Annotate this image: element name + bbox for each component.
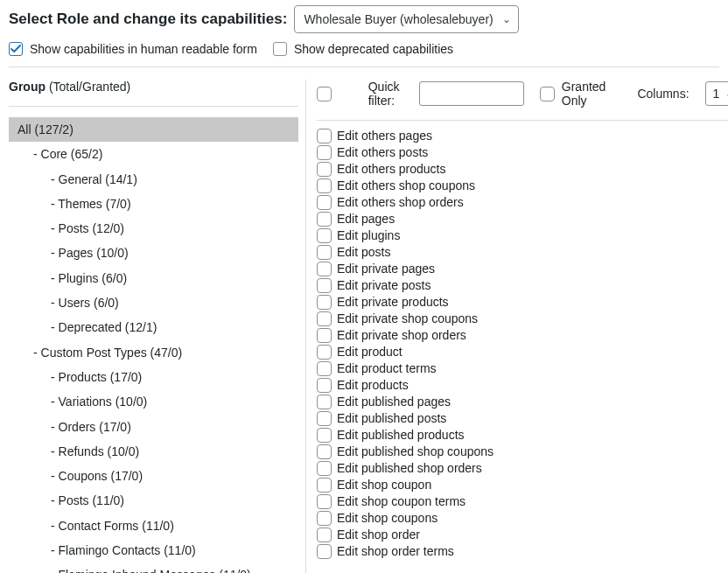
checkbox-icon: [317, 511, 332, 526]
capability-label: Edit private shop coupons: [337, 311, 478, 325]
checkbox-icon: [317, 178, 332, 193]
tree-item[interactable]: All (127/2): [9, 117, 298, 142]
tree-item[interactable]: - Deprecated (12/1): [9, 315, 298, 339]
capability-label: Edit published pages: [337, 395, 451, 409]
checkbox-icon: [317, 278, 332, 293]
capability-label: Edit others products: [337, 162, 446, 176]
checkbox-icon: [317, 428, 332, 443]
tree-item[interactable]: - Contact Forms (11/0): [9, 514, 298, 538]
tree-item[interactable]: - Pages (10/0): [9, 241, 298, 265]
capability-label: Edit shop order terms: [337, 544, 454, 558]
capability-label: Edit posts: [337, 245, 390, 259]
checkbox-icon: [9, 42, 23, 56]
capability-row[interactable]: Edit shop coupons: [317, 510, 728, 527]
quick-filter-input[interactable]: [419, 81, 524, 106]
tree-item[interactable]: - Products (17/0): [9, 365, 298, 389]
tree-item[interactable]: - Posts (11/0): [9, 488, 298, 513]
tree-item[interactable]: - Orders (17/0): [9, 415, 298, 439]
checkbox-icon: [317, 478, 332, 493]
select-role-label: Select Role and change its capabilities:: [9, 10, 287, 28]
capability-row[interactable]: Edit products: [317, 377, 728, 394]
capability-row[interactable]: Edit product terms: [317, 360, 728, 377]
capability-label: Edit private pages: [337, 262, 435, 276]
capability-label: Edit published posts: [337, 411, 446, 425]
capability-row[interactable]: Edit published shop coupons: [317, 444, 728, 460]
capability-label: Edit product: [337, 345, 402, 359]
capability-row[interactable]: Edit others shop coupons: [317, 178, 728, 194]
tree-item[interactable]: - Flamingo Inbound Messages (11/0): [9, 563, 298, 573]
capability-row[interactable]: Edit published shop orders: [317, 460, 728, 477]
checkbox-icon: [317, 129, 332, 143]
capability-row[interactable]: Edit others pages: [317, 128, 728, 144]
capability-row[interactable]: Edit shop order: [317, 527, 728, 543]
checkbox-icon: [317, 395, 332, 409]
capability-row[interactable]: Edit others shop orders: [317, 194, 728, 211]
columns-select[interactable]: 1 ⌄: [705, 81, 728, 106]
capability-row[interactable]: Edit private products: [317, 294, 728, 311]
capability-row[interactable]: Edit private shop coupons: [317, 311, 728, 327]
capability-row[interactable]: Edit private pages: [317, 261, 728, 277]
show-human-readable-toggle[interactable]: Show capabilities in human readable form: [9, 42, 257, 56]
capability-label: Edit shop coupons: [337, 511, 438, 525]
tree-item[interactable]: - Custom Post Types (47/0): [9, 340, 298, 365]
show-deprecated-toggle[interactable]: Show deprecated capabilities: [273, 42, 453, 56]
tree-item[interactable]: - Posts (12/0): [9, 216, 298, 241]
checkbox-icon: [317, 245, 332, 260]
show-deprecated-label: Show deprecated capabilities: [294, 42, 453, 56]
capability-label: Edit others shop coupons: [337, 178, 475, 192]
checkbox-icon: [317, 328, 332, 343]
capability-row[interactable]: Edit published posts: [317, 410, 728, 427]
show-human-readable-label: Show capabilities in human readable form: [30, 42, 257, 56]
capability-row[interactable]: Edit product: [317, 344, 728, 360]
checkbox-icon: [317, 528, 332, 542]
capability-label: Edit others shop orders: [337, 195, 464, 209]
group-tree: All (127/2)- Core (65/2)- General (14/1)…: [9, 115, 298, 573]
tree-item[interactable]: - Variations (10/0): [9, 389, 298, 414]
tree-item[interactable]: - Plugins (6/0): [9, 266, 298, 290]
checkbox-icon: [317, 345, 332, 360]
tree-item[interactable]: - Users (6/0): [9, 290, 298, 315]
tree-item[interactable]: - Flamingo Contacts (11/0): [9, 538, 298, 563]
tree-item[interactable]: - General (14/1): [9, 167, 298, 192]
checkbox-icon: [317, 195, 332, 210]
capability-label: Edit private posts: [337, 278, 430, 292]
tree-item[interactable]: - Core (65/2): [9, 142, 298, 166]
capability-row[interactable]: Edit shop coupon: [317, 477, 728, 493]
capability-row[interactable]: Edit shop order terms: [317, 543, 728, 560]
capability-row[interactable]: Edit pages: [317, 211, 728, 227]
checkbox-icon: [273, 42, 287, 56]
capability-label: Edit product terms: [337, 361, 437, 375]
tree-item[interactable]: - Themes (7/0): [9, 192, 298, 216]
capability-label: Edit published shop coupons: [337, 444, 494, 458]
capability-row[interactable]: Edit plugins: [317, 227, 728, 244]
capability-label: Edit plugins: [337, 228, 400, 242]
granted-only-label: Granted Only: [562, 80, 606, 108]
capability-row[interactable]: Edit others products: [317, 161, 728, 178]
checkbox-icon: [317, 461, 332, 476]
quick-filter-label: Quick filter:: [368, 80, 403, 108]
capability-row[interactable]: Edit published pages: [317, 394, 728, 410]
checkbox-icon: [317, 378, 332, 393]
checkbox-icon: [317, 145, 332, 160]
capability-row[interactable]: Edit posts: [317, 244, 728, 261]
capability-row[interactable]: Edit published products: [317, 427, 728, 444]
checkbox-icon: [317, 361, 332, 376]
capability-label: Edit shop order: [337, 528, 420, 542]
role-select-value: Wholesale Buyer (wholesalebuyer): [304, 12, 493, 26]
capability-row[interactable]: Edit private posts: [317, 277, 728, 294]
capability-row[interactable]: Edit shop coupon terms: [317, 493, 728, 510]
checkbox-icon: [540, 87, 555, 101]
select-all-checkbox[interactable]: [317, 87, 332, 101]
checkbox-icon: [317, 262, 332, 276]
capability-row[interactable]: Edit others posts: [317, 144, 728, 161]
tree-item[interactable]: - Refunds (10/0): [9, 439, 298, 464]
capability-label: Edit private products: [337, 295, 449, 309]
tree-item[interactable]: - Coupons (17/0): [9, 464, 298, 488]
capability-label: Edit others posts: [337, 145, 428, 159]
capability-label: Edit products: [337, 378, 409, 392]
granted-only-toggle[interactable]: Granted Only: [540, 80, 606, 108]
role-select[interactable]: Wholesale Buyer (wholesalebuyer) ⌄: [294, 5, 518, 33]
capability-row[interactable]: Edit private shop orders: [317, 327, 728, 344]
capability-label: Edit others pages: [337, 129, 432, 143]
chevron-down-icon: ⌄: [502, 13, 511, 25]
